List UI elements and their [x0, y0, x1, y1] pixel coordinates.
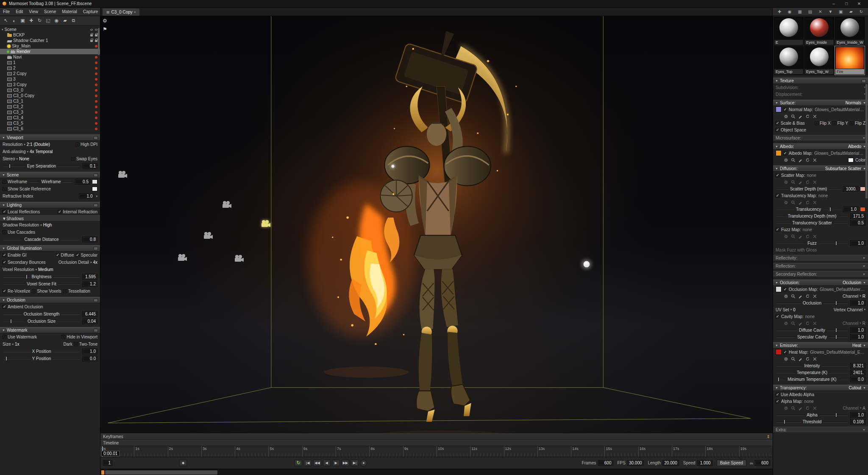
save-material-icon[interactable]: ▼: [827, 9, 834, 14]
section-mode-value[interactable]: Subsurface Scatter: [825, 166, 861, 171]
map-pencil-icon[interactable]: [798, 356, 803, 361]
value-box[interactable]: 1.0: [79, 193, 94, 199]
section-header-lighting[interactable]: ▼Lighting: [0, 202, 100, 208]
checkbox-box[interactable]: [776, 400, 779, 403]
slider-handle[interactable]: [835, 241, 837, 246]
collapsed-section-reflectivity[interactable]: Reflectivity:▼: [773, 255, 868, 261]
viewport-tab[interactable]: ▦ C3_0 Copy ▾: [103, 8, 139, 16]
map-refresh-icon[interactable]: [805, 114, 810, 119]
checkbox-box[interactable]: [815, 121, 818, 125]
value-box[interactable]: 8.321: [850, 363, 865, 369]
section-header-scene[interactable]: ▼Scene: [0, 172, 100, 178]
library-icon[interactable]: ▣: [837, 9, 844, 14]
map-remove-icon[interactable]: [812, 293, 818, 299]
slider-specular-cavity[interactable]: Specular Cavity: [776, 334, 849, 340]
slider-handle[interactable]: [835, 301, 837, 305]
camera-gizmo[interactable]: [221, 201, 232, 209]
checkbox-box[interactable]: [850, 121, 854, 125]
timeline-ruler[interactable]: 0:00.01 0s1s2s3s4s5s6s7s8s9s10s11s12s13s…: [100, 446, 773, 457]
checkbox-high-dpi[interactable]: High DPI: [75, 142, 97, 147]
slider-fuzz[interactable]: Fuzz: [776, 240, 849, 246]
hidden-red-dot-icon[interactable]: [95, 67, 97, 70]
section-header-global-illumination[interactable]: ▼Global Illumination: [0, 245, 100, 251]
slider-translucency-scatter[interactable]: Translucency Scatter: [776, 220, 849, 226]
checkbox-box[interactable]: [776, 194, 779, 198]
checkbox-box[interactable]: [783, 350, 787, 354]
checkbox-enable-gi[interactable]: Enable GI: [3, 253, 26, 257]
section-header-transparency[interactable]: ▼Transparency:Cutout▼: [773, 385, 868, 391]
camera-gizmo[interactable]: [234, 254, 245, 263]
section-mode-value[interactable]: Albedo: [848, 144, 861, 149]
viewport-3d[interactable]: ⚙ ⚑: [100, 16, 773, 433]
checkbox-box[interactable]: [32, 289, 36, 293]
ruler-second-cell[interactable]: 3s: [201, 446, 235, 457]
material-panel-scrollbar[interactable]: [865, 84, 868, 198]
value-box[interactable]: 0.5: [850, 220, 865, 226]
checkbox-box[interactable]: [63, 289, 67, 293]
rotate-tool-icon[interactable]: ↻: [36, 17, 43, 24]
speed-value[interactable]: 1.000: [697, 460, 712, 466]
map-magnifier-icon[interactable]: [790, 200, 796, 205]
record-button[interactable]: ●: [360, 460, 367, 467]
section-header-button[interactable]: [94, 136, 98, 140]
map-refresh-icon[interactable]: [805, 321, 810, 326]
refresh-icon[interactable]: ↻: [858, 9, 865, 14]
lock-icon[interactable]: [90, 40, 93, 42]
hidden-red-dot-icon[interactable]: [95, 89, 97, 92]
menu-capture[interactable]: Capture: [80, 8, 101, 16]
frames-value[interactable]: 600: [598, 460, 613, 466]
map-remove-icon[interactable]: [812, 114, 818, 119]
slider-minimum-temperature-k[interactable]: Minimum Temperature (K): [776, 377, 849, 382]
checkbox-show-scale-reference[interactable]: Show Scale Reference: [3, 187, 51, 191]
map-magnifier-icon[interactable]: [790, 234, 796, 239]
slider-translucency-depth-mm[interactable]: Translucency Depth (mm): [776, 213, 849, 219]
map-gear-icon[interactable]: [783, 200, 789, 205]
step-back-button[interactable]: ◀: [323, 460, 331, 466]
checkbox-box[interactable]: [3, 187, 6, 191]
value-box[interactable]: 0.0: [82, 356, 97, 361]
checkbox-box[interactable]: [776, 228, 779, 232]
tree-item-c3-1[interactable]: C3_1: [0, 98, 100, 104]
folder-icon[interactable]: ▰: [848, 9, 854, 14]
shadow-resolution-dropdown[interactable]: Shadow Resolution▾High: [3, 223, 52, 227]
tree-item-navi[interactable]: Navi: [0, 54, 100, 60]
channel-dropdown[interactable]: Channel▾A: [843, 406, 865, 411]
map-refresh-icon[interactable]: [805, 200, 810, 205]
ruler-second-cell[interactable]: 19s: [739, 446, 773, 457]
viewport-settings-gear-icon[interactable]: ⚙: [103, 18, 107, 24]
play-button[interactable]: ▶: [332, 460, 340, 466]
checkbox-two-tone[interactable]: Two-Tone: [74, 342, 97, 346]
lock-icon[interactable]: [90, 34, 93, 36]
ruler-second-cell[interactable]: 10s: [437, 446, 470, 457]
maximize-button[interactable]: □: [840, 0, 853, 7]
checkbox-flip-z[interactable]: Flip Z: [850, 121, 865, 126]
keyframes-bar[interactable]: Keyframes ⇕: [100, 433, 773, 440]
menu-material[interactable]: Material: [59, 8, 80, 16]
close-button[interactable]: ✕: [853, 0, 865, 7]
ruler-second-cell[interactable]: 14s: [571, 446, 604, 457]
map-thumbnail[interactable]: [776, 106, 782, 112]
checkbox-box[interactable]: [3, 335, 6, 339]
map-refresh-icon[interactable]: [805, 234, 810, 239]
ruler-second-cell[interactable]: 9s: [403, 446, 437, 457]
value-box[interactable]: 1.595: [82, 274, 97, 279]
value-box[interactable]: 1.0: [850, 334, 865, 340]
link-icon[interactable]: ∞: [750, 461, 753, 466]
map-remove-icon[interactable]: [812, 321, 818, 326]
slider-handle[interactable]: [778, 377, 779, 382]
tree-item-2-copy[interactable]: 2 Copy: [0, 71, 100, 76]
checkbox-box[interactable]: [74, 342, 78, 346]
slider-voxel-scene-fit[interactable]: Voxel Scene Fit: [3, 281, 81, 287]
map-magnifier-icon[interactable]: [790, 356, 796, 361]
slider-alpha[interactable]: Alpha: [776, 412, 849, 418]
slider-translucency[interactable]: Translucency: [776, 207, 841, 212]
hidden-red-dot-icon[interactable]: [95, 95, 97, 97]
color-swatch[interactable]: [848, 158, 854, 162]
light-tool-icon[interactable]: ◐: [11, 17, 18, 24]
map-thumbnail[interactable]: [776, 286, 782, 292]
checkbox-map[interactable]: [776, 228, 779, 232]
tree-item-c3-2[interactable]: C3_2: [0, 104, 100, 109]
value-box[interactable]: 0.5: [75, 179, 90, 184]
tree-item-bckp[interactable]: BCKP: [0, 32, 100, 38]
timeline-scroll-thumb[interactable]: [105, 470, 217, 475]
